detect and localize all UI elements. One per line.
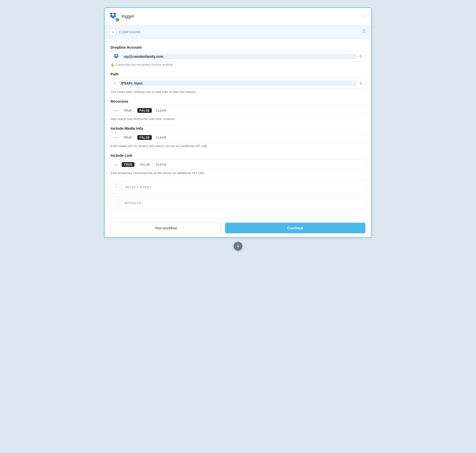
lock-icon: 🔒: [111, 63, 114, 66]
chevron-down-icon: ∨: [112, 30, 114, 34]
recursive-hint: Also watch sub-directories and their con…: [111, 117, 365, 121]
include-link-label: Include Link: [111, 153, 365, 157]
recursive-toggle-icon: ⊷: [114, 109, 118, 113]
test-workflow-button[interactable]: Test workflow: [111, 223, 221, 233]
account-select-arrows: ⇅: [359, 55, 362, 59]
path-label: Path: [111, 72, 365, 76]
card-header: ✓ trigger ⋮: [105, 8, 371, 25]
path-hint: The folder path. (Please use a valid pat…: [111, 90, 365, 94]
header-left: ✓ trigger: [110, 12, 134, 21]
configure-label: CONFIGURE: [119, 30, 141, 34]
dropbox-logo-wrapper: ✓: [110, 12, 119, 21]
path-group: Path ≡ /PSAPI_Input ⇅ The folder path. (…: [111, 72, 365, 94]
dropbox-account-label: Dropbox Account: [111, 45, 365, 49]
link-toggle-icon: ⊷: [114, 163, 118, 167]
select-event-chevron: ›: [116, 184, 122, 190]
card-footer: Test workflow Continue: [105, 218, 371, 237]
account-email-value: ray@camdenfamily.com: [121, 54, 357, 60]
include-link-toggle-row: ⊷ TRUE FALSE CLEAR: [111, 159, 365, 170]
path-select[interactable]: ≡ /PSAPI_Input ⇅: [111, 78, 365, 89]
recursive-false-button[interactable]: FALSE: [137, 108, 152, 113]
main-card: ✓ trigger ⋮ ∨ CONFIGURE Dropbox Account: [104, 7, 372, 238]
select-event-section[interactable]: › SELECT EVENT: [111, 180, 365, 194]
dropbox-account-select[interactable]: ray@camdenfamily.com ⇅: [111, 51, 365, 62]
include-link-clear-button[interactable]: CLEAR: [156, 163, 166, 166]
recursive-clear-button[interactable]: CLEAR: [156, 109, 166, 112]
recursive-true-button[interactable]: TRUE: [122, 108, 133, 113]
pin-icon[interactable]: [361, 29, 366, 35]
media-info-false-button[interactable]: FALSE: [137, 135, 152, 140]
results-label: RESULTS: [125, 201, 141, 205]
credentials-note: 🔒 Credentials are encrypted. Revoke anyt…: [111, 63, 365, 66]
path-lines-icon: ≡: [114, 81, 116, 85]
results-chevron: ›: [116, 200, 122, 206]
recursive-label: Recursive: [111, 99, 365, 103]
include-media-info-group: Include Media Info ⊷ TRUE FALSE CLEAR Em…: [111, 126, 365, 148]
logo-check-icon: ✓: [116, 18, 119, 22]
configure-left: ∨ CONFIGURE: [110, 29, 141, 35]
results-section[interactable]: › RESULTS: [111, 196, 365, 210]
recursive-toggle-row: ⊷ TRUE FALSE CLEAR: [111, 105, 365, 116]
media-info-toggle-icon: ⊷: [114, 136, 118, 140]
header-title: trigger: [121, 14, 134, 19]
dropbox-account-group: Dropbox Account ray@camdenfamily.com ⇅ 🔒: [111, 45, 365, 66]
continue-button[interactable]: Continue: [225, 223, 365, 233]
select-event-label: SELECT EVENT: [125, 185, 152, 189]
media-info-true-button[interactable]: TRUE: [122, 135, 133, 140]
dropbox-small-icon: [114, 54, 119, 59]
path-value: /PSAPI_Input: [118, 80, 357, 86]
dropbox-logo-icon: [110, 12, 117, 19]
path-select-arrows: ⇅: [359, 81, 362, 85]
add-step-button[interactable]: +: [234, 242, 242, 251]
include-media-info-label: Include Media Info: [111, 126, 365, 130]
card-content: Dropbox Account ray@camdenfamily.com ⇅ 🔒: [105, 39, 371, 216]
include-link-group: Include Link ⊷ TRUE FALSE CLEAR Emit tem…: [111, 153, 365, 175]
media-info-clear-button[interactable]: CLEAR: [156, 136, 166, 139]
include-media-info-toggle-row: ⊷ TRUE FALSE CLEAR: [111, 132, 365, 143]
configure-bar: ∨ CONFIGURE: [105, 25, 371, 39]
recursive-group: Recursive ⊷ TRUE FALSE CLEAR Also watch …: [111, 99, 365, 121]
more-menu-icon[interactable]: ⋮: [361, 13, 366, 19]
include-link-false-button[interactable]: FALSE: [138, 162, 152, 167]
configure-chevron-button[interactable]: ∨: [110, 29, 117, 35]
media-info-hint: Emit media info for photos and videos (i…: [111, 144, 365, 148]
include-link-hint: Emit temporary download link to file (in…: [111, 171, 365, 175]
include-link-true-button[interactable]: TRUE: [122, 162, 134, 167]
